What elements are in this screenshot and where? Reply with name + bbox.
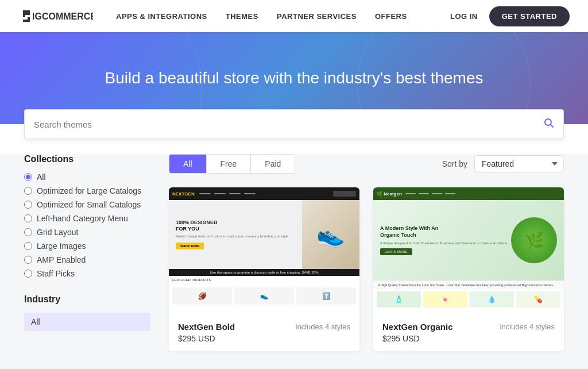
bigcommerce-logo-svg: IGCOMMERCE bbox=[18, 8, 93, 24]
filter-large-catalog[interactable]: Optimized for Large Catalogs bbox=[24, 186, 150, 195]
svg-line-3 bbox=[551, 124, 554, 127]
filter-large-images-label: Large Images bbox=[37, 241, 86, 251]
theme-price-bold: $295 USD bbox=[178, 334, 350, 343]
filter-small-catalog[interactable]: Optimized for Small Catalogs bbox=[24, 200, 150, 209]
filter-grid-layout[interactable]: Grid Layout bbox=[24, 228, 150, 237]
organic-product-topicals: 🧴 bbox=[377, 291, 421, 308]
organic-nav-link bbox=[419, 193, 429, 194]
organic-nav-link bbox=[432, 193, 442, 194]
filter-left-menu[interactable]: Left-hand Category Menu bbox=[24, 214, 150, 223]
logo[interactable]: IGCOMMERCE bbox=[18, 8, 93, 24]
get-started-button[interactable]: GET STARTED bbox=[489, 6, 570, 26]
organic-product-gummies: 🍬 bbox=[423, 291, 467, 308]
filter-small-catalog-radio[interactable] bbox=[24, 201, 32, 209]
theme-styles-organic: includes 4 styles bbox=[500, 322, 555, 331]
navbar-actions: LOG IN GET STARTED bbox=[450, 6, 570, 26]
filter-large-images-radio[interactable] bbox=[24, 242, 32, 250]
preview-product: ⬆️ bbox=[296, 287, 356, 305]
filter-grid-layout-label: Grid Layout bbox=[37, 228, 78, 237]
preview-hero-cta: SHOP NOW bbox=[176, 243, 204, 249]
organic-hero-title: A Modern Style With AnOrganic Touch bbox=[380, 225, 511, 239]
preview-nav-bold: NEXTGEN bbox=[169, 187, 359, 200]
filter-staff-picks-radio[interactable] bbox=[24, 270, 32, 278]
organic-product-image: 🌿 bbox=[511, 217, 557, 263]
theme-preview-bold: NEXTGEN 100% DESIGNEDFOR YOU bbox=[169, 187, 359, 314]
sidebar: Collections All Optimized for Large Cata… bbox=[24, 154, 150, 351]
filter-large-catalog-label: Optimized for Large Catalogs bbox=[37, 186, 141, 195]
collections-filters: All Optimized for Large Catalogs Optimiz… bbox=[24, 172, 150, 278]
sort-select[interactable]: Featured Newest Price: Low to High Price… bbox=[474, 155, 564, 172]
organic-hero-text: A Modern Style With AnOrganic Touch A th… bbox=[380, 225, 511, 255]
organic-nav-link bbox=[405, 193, 416, 194]
preview-hero-title: 100% DESIGNEDFOR YOU bbox=[176, 220, 295, 232]
filter-all[interactable]: All bbox=[24, 172, 150, 182]
tab-free[interactable]: Free bbox=[207, 155, 252, 173]
filter-amp-radio[interactable] bbox=[24, 256, 32, 264]
organic-products: 🧴 🍬 💧 💊 bbox=[373, 289, 564, 310]
preview-organic-hero: A Modern Style With AnOrganic Touch A th… bbox=[373, 200, 564, 280]
filter-all-radio[interactable] bbox=[24, 173, 32, 181]
preview-hero-bold: 100% DESIGNEDFOR YOU Easily change fonts… bbox=[169, 200, 359, 269]
filter-staff-picks[interactable]: Staff Picks bbox=[24, 269, 150, 278]
theme-card-nextgen-organic[interactable]: 🌿 Nextgen A Modern Style With AnOrganic … bbox=[373, 187, 564, 351]
preview-hero-right bbox=[302, 200, 359, 269]
preview-nav-organic: 🌿 Nextgen bbox=[373, 187, 564, 200]
preview-nav-link bbox=[199, 193, 211, 194]
preview-logo-bold: NEXTGEN bbox=[172, 191, 195, 197]
organic-product-oil: 💧 bbox=[470, 291, 514, 308]
filter-grid-layout-radio[interactable] bbox=[24, 228, 32, 236]
theme-card-info-organic: NextGen Organic includes 4 styles $295 U… bbox=[373, 314, 564, 351]
nav-link-themes[interactable]: THEMES bbox=[226, 12, 258, 21]
search-bar bbox=[24, 109, 564, 139]
navbar: IGCOMMERCE APPS & INTEGRATIONS THEMES PA… bbox=[0, 0, 588, 32]
sort-row: Sort by Featured Newest Price: Low to Hi… bbox=[442, 155, 564, 172]
preview-promo: Use this space to promote a discount cod… bbox=[169, 269, 359, 276]
theme-card-info-bold: NextGen Bold includes 4 styles $295 USD bbox=[169, 314, 359, 351]
theme-card-nextgen-bold[interactable]: NEXTGEN 100% DESIGNEDFOR YOU bbox=[169, 187, 359, 351]
sort-label: Sort by bbox=[442, 159, 467, 168]
theme-price-organic: $295 USD bbox=[382, 334, 555, 343]
search-input[interactable] bbox=[34, 120, 544, 129]
tab-paid[interactable]: Paid bbox=[251, 155, 295, 173]
theme-styles-bold: includes 4 styles bbox=[296, 322, 350, 331]
hero-title: Build a beautiful store with the industr… bbox=[105, 69, 483, 87]
tabs: All Free Paid bbox=[169, 154, 295, 174]
organic-promo-text: A High Quality Theme from the Lone Star … bbox=[373, 280, 564, 289]
filter-large-images[interactable]: Large Images bbox=[24, 241, 150, 251]
theme-name-bold: NextGen Bold bbox=[178, 322, 235, 332]
nav-link-apps[interactable]: APPS & INTEGRATIONS bbox=[116, 12, 207, 21]
industry-all[interactable]: All bbox=[24, 313, 150, 331]
filter-staff-picks-label: Staff Picks bbox=[37, 269, 75, 278]
main-content: Collections All Optimized for Large Cata… bbox=[13, 154, 575, 369]
preview-nav-link bbox=[229, 193, 241, 194]
theme-card-title-row: NextGen Bold includes 4 styles bbox=[178, 322, 350, 332]
theme-name-organic: NextGen Organic bbox=[382, 322, 453, 332]
search-wrapper bbox=[0, 124, 588, 154]
svg-text:IGCOMMERCE: IGCOMMERCE bbox=[32, 11, 93, 21]
preview-product: 👟 bbox=[234, 287, 294, 305]
preview-nav-link bbox=[214, 193, 226, 194]
filter-left-menu-radio[interactable] bbox=[24, 214, 32, 222]
preview-hero-left: 100% DESIGNEDFOR YOU Easily change fonts… bbox=[169, 200, 302, 269]
nav-link-offers[interactable]: OFFERS bbox=[375, 12, 407, 21]
nav-link-partner[interactable]: PARTNER SERVICES bbox=[277, 12, 357, 21]
collections-title: Collections bbox=[24, 154, 150, 164]
filter-large-catalog-radio[interactable] bbox=[24, 187, 32, 195]
preview-product: 🏈 bbox=[172, 287, 232, 305]
search-icon[interactable] bbox=[544, 118, 554, 131]
preview-nav-link bbox=[244, 193, 256, 194]
filter-all-label: All bbox=[37, 172, 46, 182]
organic-hero-sub: A theme designed for both Business to Bu… bbox=[380, 241, 511, 245]
industry-section: Industry All bbox=[24, 294, 150, 331]
filter-small-catalog-label: Optimized for Small Catalogs bbox=[37, 200, 141, 209]
tab-all[interactable]: All bbox=[169, 155, 207, 173]
organic-logo-icon: 🌿 Nextgen bbox=[377, 191, 402, 197]
industry-title: Industry bbox=[24, 294, 150, 305]
preview-products: 🏈 👟 ⬆️ bbox=[169, 284, 359, 308]
login-button[interactable]: LOG IN bbox=[450, 12, 478, 21]
organic-nav-link bbox=[445, 193, 455, 194]
preview-hero-sub: Easily change fonts and colors to match … bbox=[176, 235, 295, 238]
content-area: All Free Paid Sort by Featured Newest Pr… bbox=[169, 154, 564, 351]
organic-nav-links bbox=[405, 193, 455, 194]
filter-amp[interactable]: AMP Enabled bbox=[24, 255, 150, 264]
